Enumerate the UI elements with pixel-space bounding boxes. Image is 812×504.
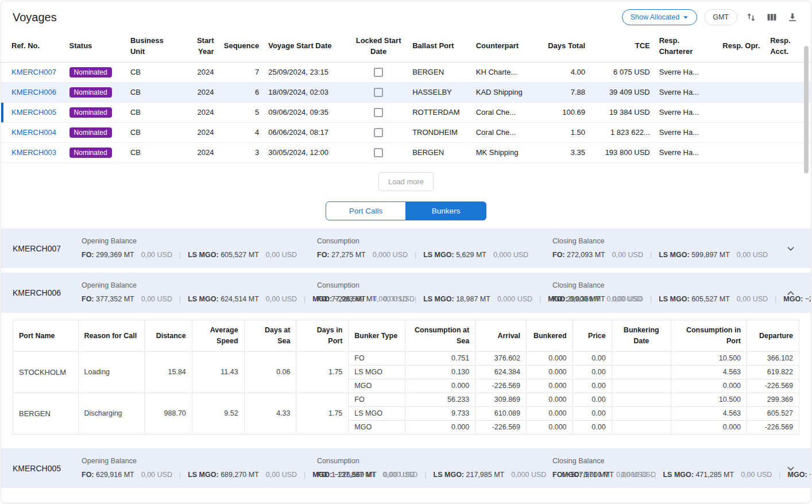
- load-more-button[interactable]: Load more: [378, 172, 434, 191]
- bunkered-cell: 0.000: [527, 420, 573, 434]
- column-header-consumption-at-sea: Consumption at Sea: [405, 320, 475, 352]
- chevron-down-icon[interactable]: [782, 240, 799, 257]
- locked-start-date-checkbox[interactable]: [374, 68, 383, 77]
- price-cell: 0.00: [573, 351, 612, 365]
- separator: |: [179, 251, 181, 259]
- bunker-type-cell: FO: [349, 351, 405, 365]
- bunkered-cell: 0.000: [527, 365, 573, 379]
- separator: |: [539, 295, 541, 303]
- scrollbar-thumb[interactable]: [804, 46, 809, 173]
- timezone-button[interactable]: GMT: [704, 9, 737, 25]
- voyages-table: Ref. No.StatusBusiness UnitStart YearSeq…: [1, 31, 811, 163]
- price-cell: 0.00: [573, 393, 612, 406]
- bunker-panel-header[interactable]: KMERCH007Opening BalanceFO: 299,369 MT0,…: [1, 228, 811, 269]
- bunker-type-cell: MGO: [349, 379, 405, 393]
- bunker-panel-kmerch006: KMERCH006Opening BalanceFO: 377,352 MT0,…: [1, 273, 811, 443]
- download-button[interactable]: [786, 9, 799, 25]
- departure-cell: -226.569: [747, 420, 799, 434]
- balance-group-opening-balance: Opening BalanceFO: 377,352 MT0,00 USD|LS…: [82, 280, 317, 306]
- sequence-cell: 7: [219, 62, 264, 82]
- balance-entry: FO: −507,971 MT0,00 USD: [552, 471, 647, 479]
- column-header-voyage-start-date[interactable]: Voyage Start Date: [264, 31, 349, 62]
- balance-group-title: Consumption: [317, 235, 539, 248]
- locked-start-date-checkbox[interactable]: [374, 128, 383, 137]
- days-total-cell: 1.50: [543, 122, 590, 142]
- chevron-down-icon[interactable]: [782, 460, 799, 477]
- column-header-sequence[interactable]: Sequence: [219, 31, 264, 62]
- ballast-port-cell: TRONDHEIM: [408, 122, 471, 142]
- bunkering-date-cell: [612, 351, 671, 365]
- column-header-start-year[interactable]: Start Year: [179, 31, 218, 62]
- column-header-distance: Distance: [145, 320, 192, 352]
- price-cell: 0.00: [573, 379, 612, 393]
- column-header-status[interactable]: Status: [65, 31, 126, 62]
- column-header-ref-no[interactable]: Ref. No.: [1, 31, 65, 62]
- voyage-row[interactable]: KMERCH006NominatedCB2024618/09/2024, 02:…: [1, 82, 811, 102]
- days-total-cell: 4.00: [543, 62, 590, 82]
- bunker-panel-header[interactable]: KMERCH005Opening BalanceFO: 629,916 MT0,…: [1, 448, 811, 489]
- consumption-at-sea-cell: 0.751: [405, 351, 475, 365]
- separator: |: [424, 471, 426, 479]
- tab-port-calls[interactable]: Port Calls: [326, 201, 406, 220]
- voyage-ref-link[interactable]: KMERCH003: [11, 148, 56, 157]
- consumption-in-port-cell: 0.000: [671, 379, 747, 393]
- balance-entry: FO: 1 137,887 MT0,000 USD: [317, 471, 417, 479]
- column-header-counterpart[interactable]: Counterpart: [471, 31, 543, 62]
- sort-button[interactable]: [744, 9, 758, 25]
- voyage-row[interactable]: KMERCH007NominatedCB2024725/09/2024, 23:…: [1, 62, 811, 82]
- balance-entry: FO: 272,093 MT0,00 USD: [552, 251, 643, 259]
- voyage-row[interactable]: KMERCH003NominatedCB2024330/05/2024, 12:…: [1, 142, 811, 162]
- column-header-business-unit[interactable]: Business Unit: [126, 31, 180, 62]
- locked-start-date-checkbox[interactable]: [374, 108, 383, 117]
- arrival-cell: 309.869: [475, 393, 527, 406]
- resp-charterer-cell: Sverre Ha...: [655, 122, 718, 142]
- locked-start-date-checkbox[interactable]: [374, 148, 383, 157]
- sequence-cell: 6: [219, 82, 264, 102]
- voyage-ref-link[interactable]: KMERCH007: [11, 68, 56, 76]
- tab-bunkers[interactable]: Bunkers: [406, 201, 486, 220]
- days-at-sea-cell: 0.06: [244, 351, 296, 393]
- caret-down-icon: [683, 14, 689, 20]
- column-header-days-total[interactable]: Days Total: [543, 31, 590, 62]
- voyage-start-date-cell: 06/06/2024, 08:17: [264, 122, 349, 142]
- column-header-resp-opr[interactable]: Resp. Opr.: [718, 31, 765, 62]
- departure-cell: -226.569: [747, 379, 799, 393]
- column-header-locked-start-date[interactable]: Locked Start Date: [349, 31, 408, 62]
- chevron-up-icon[interactable]: [782, 284, 799, 301]
- page-header: Voyages Show Allocated GMT: [1, 1, 811, 31]
- balance-group-consumption: ConsumptionFO: 77,983 MT0,000 USD|LS MGO…: [317, 280, 552, 306]
- days-total-cell: 3.35: [543, 142, 590, 162]
- balance-entry: FO: 77,983 MT0,000 USD: [317, 295, 408, 303]
- voyage-row[interactable]: KMERCH005NominatedCB2024509/06/2024, 09:…: [1, 102, 811, 122]
- separator: |: [650, 251, 652, 259]
- column-header-average-speed: Average Speed: [192, 320, 244, 352]
- separator: |: [304, 471, 306, 479]
- show-allocated-dropdown[interactable]: Show Allocated: [622, 9, 697, 25]
- columns-button[interactable]: [765, 9, 779, 25]
- resp-opr-cell: [718, 102, 765, 122]
- locked-start-date-checkbox[interactable]: [374, 88, 383, 97]
- bunker-panel-header[interactable]: KMERCH006Opening BalanceFO: 377,352 MT0,…: [1, 273, 811, 313]
- voyages-table-body: KMERCH007NominatedCB2024725/09/2024, 23:…: [1, 62, 811, 162]
- voyage-start-date-cell: 25/09/2024, 23:15: [264, 62, 349, 82]
- separator: |: [775, 295, 776, 303]
- column-header-resp-charterer[interactable]: Resp. Charterer: [655, 31, 718, 62]
- balance-entry: LS MGO: 624,514 MT0,00 USD: [188, 295, 297, 303]
- voyage-ref-link[interactable]: KMERCH005: [11, 108, 56, 117]
- average-speed-cell: 11.43: [192, 351, 244, 393]
- column-header-ballast-port[interactable]: Ballast Port: [408, 31, 471, 62]
- column-header-tce[interactable]: TCE: [590, 31, 655, 62]
- column-header-consumption-in-port: Consumption in Port: [671, 320, 747, 352]
- bunkered-cell: 0.000: [527, 351, 573, 365]
- resp-opr-cell: [718, 82, 765, 102]
- voyage-ref-link[interactable]: KMERCH006: [11, 88, 56, 96]
- balance-entry: LS MGO: 599,897 MT0,00 USD: [659, 251, 768, 259]
- detail-tabs: Port CallsBunkers: [1, 201, 811, 220]
- departure-cell: 299.369: [747, 393, 799, 406]
- resp-charterer-cell: Sverre Ha...: [655, 142, 718, 162]
- status-badge: Nominated: [69, 127, 112, 138]
- voyage-ref-link[interactable]: KMERCH004: [11, 128, 56, 137]
- voyage-row[interactable]: KMERCH004NominatedCB2024406/06/2024, 08:…: [1, 122, 811, 142]
- counterpart-cell: Coral Che...: [471, 122, 543, 142]
- consumption-in-port-cell: 0.000: [671, 420, 747, 434]
